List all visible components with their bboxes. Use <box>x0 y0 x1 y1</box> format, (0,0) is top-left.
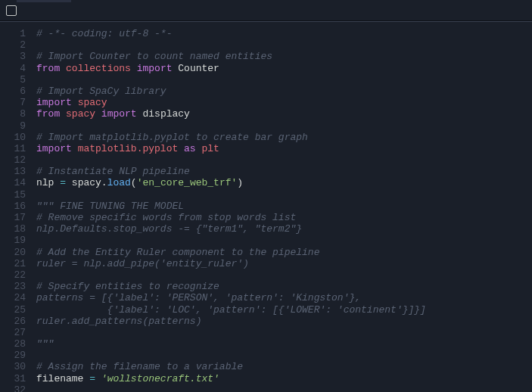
code-line[interactable]: # Assign the filename to a variable <box>36 361 532 372</box>
code-line[interactable]: """ <box>36 338 532 350</box>
app-icon <box>6 5 17 16</box>
code-line[interactable]: from spacy import displacy <box>36 108 532 120</box>
line-number: 22 <box>6 269 26 281</box>
line-number: 10 <box>6 132 26 143</box>
code-line[interactable] <box>36 120 532 132</box>
code-line[interactable]: # Specify entities to recognize <box>36 281 532 292</box>
code-line[interactable] <box>36 189 532 201</box>
code-line[interactable] <box>36 154 532 166</box>
code-line[interactable]: from collections import Counter <box>36 63 532 74</box>
line-number: 7 <box>6 97 26 108</box>
line-number: 17 <box>6 212 26 223</box>
code-line[interactable]: # Remove specific words from stop words … <box>36 212 532 223</box>
line-number: 8 <box>6 108 26 120</box>
code-line[interactable]: filename = 'wollstonecraft.txt' <box>36 373 532 384</box>
code-line[interactable] <box>36 327 532 338</box>
code-line[interactable] <box>36 235 532 246</box>
code-line[interactable] <box>36 269 532 281</box>
line-number: 18 <box>6 223 26 235</box>
line-number: 6 <box>6 86 26 97</box>
code-line[interactable]: {'label': 'LOC', 'pattern': [{'LOWER': '… <box>36 304 532 316</box>
line-number: 20 <box>6 247 26 258</box>
line-number: 2 <box>6 39 26 51</box>
line-number: 12 <box>6 154 26 166</box>
code-line[interactable]: # Import Counter to count named entities <box>36 51 532 62</box>
code-line[interactable] <box>36 350 532 361</box>
titlebar: ner.py × <box>0 0 532 21</box>
code-line[interactable]: # Instantiate NLP pipeline <box>36 166 532 177</box>
code-line[interactable]: import spacy <box>36 97 532 108</box>
code-line[interactable] <box>36 39 532 51</box>
code-line[interactable] <box>36 74 532 86</box>
line-number: 32 <box>6 384 26 392</box>
line-number: 13 <box>6 166 26 177</box>
line-number: 5 <box>6 74 26 86</box>
code-line[interactable]: ruler.add_patterns(patterns) <box>36 316 532 327</box>
code-line[interactable]: # Import matplotlib.pyplot to create bar… <box>36 132 532 143</box>
line-number-gutter: 1234567891011121314151617181920212223242… <box>0 22 36 392</box>
code-line[interactable]: # Add the Entity Ruler component to the … <box>36 247 532 258</box>
line-number: 9 <box>6 120 26 132</box>
line-number: 14 <box>6 177 26 188</box>
line-number: 1 <box>6 28 26 39</box>
line-number: 3 <box>6 51 26 62</box>
code-line[interactable]: patterns = [{'label': 'PERSON', 'pattern… <box>36 292 532 303</box>
line-number: 26 <box>6 316 26 327</box>
line-number: 21 <box>6 258 26 269</box>
file-tab[interactable]: ner.py × <box>17 0 71 2</box>
code-line[interactable]: # Import SpaCy library <box>36 86 532 97</box>
line-number: 15 <box>6 189 26 201</box>
code-line[interactable]: nlp.Defaults.stop_words -= {"term1", "te… <box>36 223 532 235</box>
code-line[interactable]: import matplotlib.pyplot as plt <box>36 143 532 154</box>
line-number: 16 <box>6 201 26 212</box>
line-number: 31 <box>6 373 26 384</box>
line-number: 4 <box>6 63 26 74</box>
code-line[interactable]: """ FINE TUNING THE MODEL <box>36 201 532 212</box>
editor: 1234567891011121314151617181920212223242… <box>0 21 532 392</box>
line-number: 28 <box>6 338 26 350</box>
line-number: 30 <box>6 361 26 372</box>
line-number: 19 <box>6 235 26 246</box>
line-number: 24 <box>6 292 26 303</box>
code-line[interactable]: nlp = spacy.load('en_core_web_trf') <box>36 177 532 188</box>
code-line[interactable]: ruler = nlp.add_pipe('entity_ruler') <box>36 258 532 269</box>
line-number: 29 <box>6 350 26 361</box>
code-line[interactable]: # -*- coding: utf-8 -*- <box>36 28 532 39</box>
code-line[interactable] <box>36 384 532 392</box>
line-number: 23 <box>6 281 26 292</box>
code-area[interactable]: # -*- coding: utf-8 -*-# Import Counter … <box>36 22 532 392</box>
line-number: 27 <box>6 327 26 338</box>
line-number: 11 <box>6 143 26 154</box>
line-number: 25 <box>6 304 26 316</box>
